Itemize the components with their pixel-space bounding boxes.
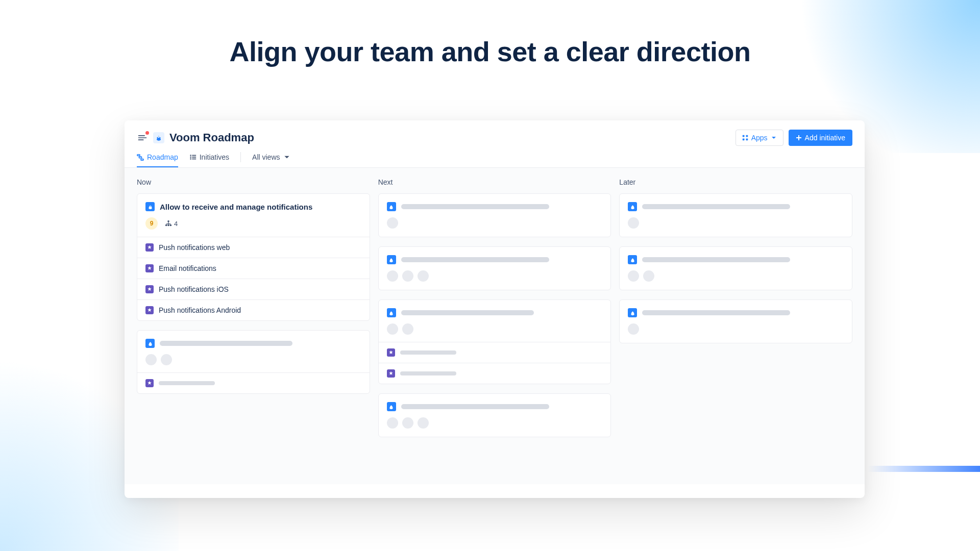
sub-item-placeholder[interactable] [379,363,611,384]
svg-point-20 [167,220,169,222]
initiative-card-placeholder[interactable] [378,393,611,437]
sub-item-placeholder[interactable] [137,373,370,393]
initiative-icon [145,202,155,211]
all-views-dropdown[interactable]: All views [252,153,290,166]
placeholder-avatar [387,417,398,429]
initiative-card[interactable]: Allow to receive and manage notification… [137,193,370,321]
tab-roadmap[interactable]: Roadmap [137,153,178,167]
placeholder-avatar [418,417,429,429]
app-window: Voom Roadmap Apps Add initiative Roadmap… [125,120,865,498]
initiative-card-placeholder[interactable] [137,330,370,394]
column-now-header: Now [137,178,370,186]
placeholder-text [400,350,456,355]
score-badge: 9 [145,217,158,230]
feature-icon [145,285,154,293]
column-next: Next [378,178,611,474]
svg-point-24 [167,224,169,227]
initiative-icon [387,402,396,411]
initiative-icon [387,255,396,264]
svg-rect-9 [796,137,801,138]
initiative-card-placeholder[interactable] [378,299,611,384]
placeholder-text [401,310,534,315]
hero-heading: Align your team and set a clear directio… [0,36,980,67]
tabs: Roadmap Initiatives All views [125,146,865,168]
svg-point-13 [190,155,191,156]
sub-item-label: Push notifications Android [159,306,241,314]
svg-point-3 [158,136,160,138]
tab-initiatives-label: Initiatives [200,153,229,161]
all-views-label: All views [252,153,280,161]
column-now: Now Allow to receive and manage notifica… [137,178,370,474]
initiative-card-placeholder[interactable] [619,193,852,237]
background-accent-line [868,466,980,472]
project-icon [153,132,164,143]
placeholder-text [160,341,292,346]
page-title: Voom Roadmap [169,131,254,144]
sub-item-label: Email notifications [159,264,216,272]
initiative-icon [387,308,396,317]
sub-item[interactable]: Email notifications [137,258,370,279]
placeholder-text [401,204,549,209]
roadmap-board: Now Allow to receive and manage notifica… [125,168,865,484]
notification-dot-icon [145,131,149,135]
svg-point-15 [190,157,191,158]
svg-rect-5 [746,135,748,137]
svg-rect-12 [141,159,143,160]
svg-rect-14 [192,155,196,156]
initiative-card-placeholder[interactable] [619,299,852,343]
children-count-value: 4 [174,220,178,228]
feature-icon [387,369,395,378]
placeholder-text [642,204,790,209]
initiative-card-placeholder[interactable] [619,246,852,290]
placeholder-avatar [387,323,398,335]
placeholder-avatar [628,323,639,335]
svg-rect-10 [137,154,140,156]
svg-point-23 [165,224,167,227]
header-right: Apps Add initiative [736,130,852,146]
placeholder-text [642,310,790,315]
svg-point-17 [190,158,191,160]
placeholder-avatar [387,217,398,229]
feature-icon [145,306,154,314]
sub-item-label: Push notifications iOS [159,285,229,293]
sub-item[interactable]: Push notifications iOS [137,279,370,300]
apps-button[interactable]: Apps [736,130,783,146]
svg-rect-11 [139,157,141,158]
tab-initiatives[interactable]: Initiatives [189,153,229,166]
placeholder-text [401,404,549,409]
chevron-down-icon [771,135,777,141]
svg-rect-4 [742,135,744,137]
sub-item[interactable]: Push notifications Android [137,300,370,320]
sub-item[interactable]: Push notifications web [137,237,370,258]
initiative-card-placeholder[interactable] [378,246,611,290]
placeholder-avatar [643,270,654,282]
initiative-card-placeholder[interactable] [378,193,611,237]
placeholder-avatar [145,354,157,365]
placeholder-avatar [628,270,639,282]
initiative-card-title: Allow to receive and manage notification… [160,203,312,211]
placeholder-text [159,381,215,385]
svg-rect-7 [746,139,748,141]
svg-rect-6 [742,139,744,141]
apps-button-label: Apps [751,134,768,142]
sub-item-placeholder[interactable] [379,342,611,363]
placeholder-avatar [402,323,413,335]
divider [240,152,241,162]
feature-icon [387,348,395,357]
initiative-icon [145,339,155,348]
sub-item-label: Push notifications web [159,243,230,252]
menu-icon[interactable] [137,132,148,143]
initiative-icon [628,308,637,317]
header-left: Voom Roadmap [137,131,254,144]
app-header: Voom Roadmap Apps Add initiative [125,120,865,146]
svg-point-25 [170,224,172,227]
column-later-header: Later [619,178,852,186]
children-count: 4 [165,220,178,228]
feature-icon [145,379,154,387]
initiative-icon [628,255,637,264]
initiative-icon [387,202,396,211]
feature-icon [145,264,154,272]
placeholder-text [642,257,790,262]
add-initiative-button[interactable]: Add initiative [789,130,852,146]
svg-point-19 [150,206,151,207]
